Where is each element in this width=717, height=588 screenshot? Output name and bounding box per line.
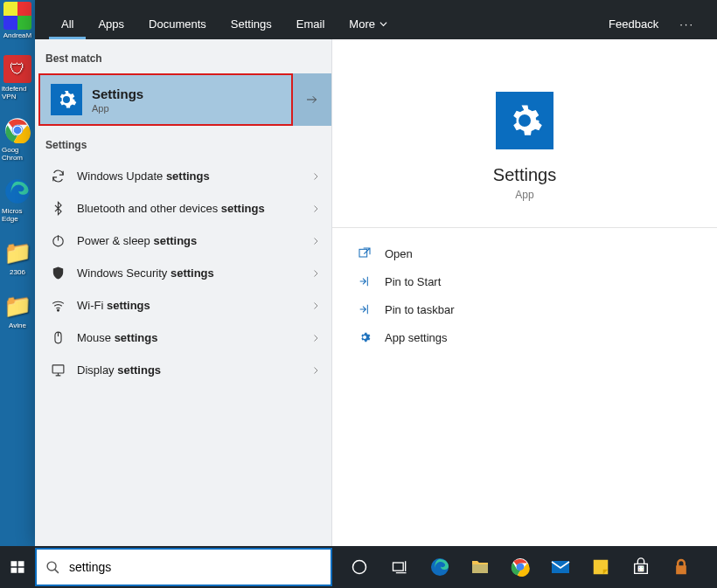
svg-rect-23: [638, 566, 640, 568]
tab-settings[interactable]: Settings: [219, 7, 284, 39]
action-label: App settings: [385, 331, 448, 344]
shield-icon: 🛡: [3, 55, 31, 83]
tab-all[interactable]: All: [49, 7, 86, 39]
security-taskbar[interactable]: [661, 546, 701, 588]
app-subtitle: App: [515, 189, 533, 201]
chevron-right-icon: [310, 365, 321, 376]
chevron-right-icon: [310, 236, 321, 246]
tab-more[interactable]: More: [337, 7, 400, 39]
pin-icon: [357, 274, 372, 288]
chrome-icon: [510, 557, 531, 578]
action-app-settings[interactable]: App settings: [353, 324, 696, 350]
start-button[interactable]: [0, 546, 35, 588]
chevron-right-icon: [310, 204, 321, 214]
settings-item-display[interactable]: Display settings: [35, 354, 331, 386]
action-label: Pin to Start: [385, 275, 441, 288]
chevron-right-icon: [310, 171, 321, 182]
mail-taskbar[interactable]: [540, 546, 581, 588]
svg-rect-26: [641, 569, 643, 571]
chrome-icon: [3, 116, 31, 144]
tab-email[interactable]: Email: [284, 7, 338, 39]
best-match-settings[interactable]: Settings App: [38, 73, 293, 126]
desktop-icon[interactable]: AndreaM: [2, 2, 33, 39]
action-pin-start[interactable]: Pin to Start: [353, 268, 696, 294]
best-match-subtitle: App: [92, 103, 143, 114]
chrome-taskbar[interactable]: [500, 546, 540, 588]
settings-item-bluetooth[interactable]: Bluetooth and other devices settings: [35, 192, 331, 225]
search-box[interactable]: [35, 548, 332, 586]
edge-taskbar[interactable]: [420, 546, 460, 588]
desktop-icon[interactable]: 📁 2306: [2, 239, 33, 276]
settings-item-power[interactable]: Power & sleep settings: [35, 225, 331, 257]
chevron-right-icon: [310, 333, 321, 343]
desktop-icon[interactable]: Micros Edge: [2, 177, 33, 223]
mail-icon: [550, 557, 571, 578]
bluetooth-icon: [47, 201, 68, 216]
cortana-button[interactable]: [339, 546, 379, 588]
lock-icon: [672, 558, 690, 576]
settings-item-wifi[interactable]: Wi-Fi settings: [35, 289, 331, 322]
best-match-label: Best match: [35, 39, 331, 73]
more-options[interactable]: ···: [671, 17, 703, 39]
preview-column: Settings App Open Pin to Start: [332, 39, 717, 546]
circle-icon: [351, 558, 368, 576]
action-pin-taskbar[interactable]: Pin to taskbar: [353, 296, 696, 322]
settings-item-label: Windows Update settings: [68, 169, 310, 183]
chevron-right-icon: [310, 268, 321, 279]
chevron-down-icon: [379, 20, 387, 28]
tab-apps[interactable]: Apps: [86, 7, 136, 39]
best-match-row: Settings App: [35, 73, 331, 126]
results-column: Best match Settings App Settings Windows…: [35, 39, 332, 546]
settings-item-refresh[interactable]: Windows Update settings: [35, 160, 331, 192]
task-view-button[interactable]: [379, 546, 420, 588]
feedback-link[interactable]: Feedback: [596, 7, 671, 39]
explorer-taskbar[interactable]: [460, 546, 500, 588]
action-list: Open Pin to Start Pin to taskbar: [332, 227, 717, 363]
start-search-panel: All Apps Documents Settings Email More F…: [35, 0, 717, 546]
action-label: Pin to taskbar: [385, 303, 455, 316]
action-label: Open: [385, 247, 413, 260]
svg-rect-13: [18, 568, 24, 573]
chevron-right-icon: [310, 301, 321, 311]
desktop-icon[interactable]: Goog Chrom: [2, 116, 33, 162]
edge-icon: [3, 177, 31, 205]
store-taskbar[interactable]: [621, 546, 661, 588]
sticky-taskbar[interactable]: [581, 546, 621, 588]
svg-rect-8: [52, 365, 64, 373]
app-title: Settings: [493, 165, 556, 185]
action-open[interactable]: Open: [353, 240, 696, 266]
taskbar: [0, 546, 717, 588]
settings-item-shield[interactable]: Windows Security settings: [35, 257, 331, 289]
settings-item-mouse[interactable]: Mouse settings: [35, 322, 331, 354]
svg-rect-16: [393, 563, 404, 571]
settings-item-label: Windows Security settings: [68, 266, 310, 280]
shield-icon: [47, 266, 68, 280]
desktop-icon[interactable]: 📁 Avine: [2, 292, 33, 329]
desktop-icon-label: Goog Chrom: [2, 146, 33, 162]
settings-item-label: Display settings: [68, 363, 310, 377]
wifi-icon: [47, 298, 68, 313]
expand-arrow[interactable]: [293, 73, 331, 126]
svg-rect-11: [18, 561, 24, 566]
search-icon: [45, 560, 60, 575]
task-view-icon: [391, 558, 408, 576]
desktop-icon-label: itdefend VPN: [2, 85, 33, 100]
edge-icon: [429, 557, 450, 578]
svg-rect-12: [11, 568, 17, 573]
svg-point-15: [353, 561, 366, 574]
tab-documents[interactable]: Documents: [136, 7, 219, 39]
gear-icon: [51, 84, 82, 115]
desktop-icon[interactable]: 🛡 itdefend VPN: [2, 55, 33, 100]
svg-rect-24: [641, 566, 643, 568]
settings-section-label: Settings: [35, 126, 331, 160]
store-icon: [631, 557, 651, 577]
power-icon: [47, 233, 68, 248]
mouse-icon: [47, 330, 68, 345]
note-icon: [591, 557, 610, 577]
refresh-icon: [47, 169, 68, 183]
folder-icon: 📁: [3, 239, 31, 266]
settings-item-label: Mouse settings: [68, 331, 310, 344]
search-input[interactable]: [69, 560, 322, 574]
display-icon: [47, 363, 68, 377]
svg-rect-10: [11, 561, 17, 566]
